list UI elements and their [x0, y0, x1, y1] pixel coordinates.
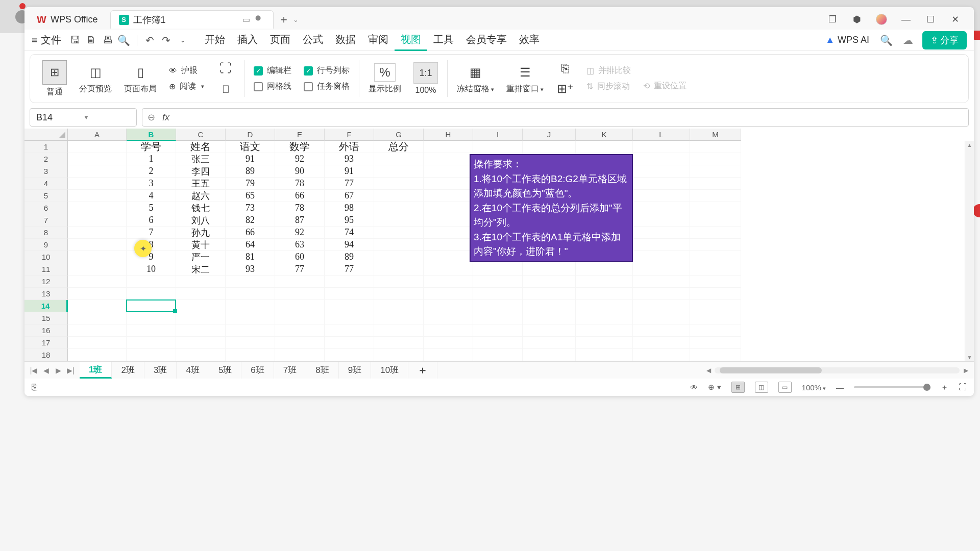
cell-L16[interactable]: [633, 324, 690, 337]
page-break-view-icon[interactable]: ▭: [778, 382, 792, 393]
cell-A18[interactable]: [68, 349, 127, 361]
read-mode-button[interactable]: ⊕阅读▾: [169, 81, 204, 92]
cell-C18[interactable]: [176, 349, 226, 361]
tab-window-icon[interactable]: ▭: [242, 15, 250, 24]
cell-D8[interactable]: 66: [226, 227, 275, 239]
sheet-nav-last-icon[interactable]: ▶|: [65, 366, 76, 374]
cell-L18[interactable]: [633, 349, 690, 361]
cloud-icon[interactable]: ☁: [903, 34, 913, 46]
sheet-tab-5班[interactable]: 5班: [209, 362, 241, 379]
cell-L10[interactable]: [633, 251, 690, 263]
cell-K16[interactable]: [576, 324, 633, 337]
cell-D9[interactable]: 64: [226, 239, 275, 251]
column-header-B[interactable]: B: [127, 129, 176, 141]
sheet-tab-1班[interactable]: 1班: [80, 362, 112, 379]
add-sheet-button[interactable]: ＋: [408, 362, 437, 379]
cell-B15[interactable]: [127, 312, 176, 324]
cell-C17[interactable]: [176, 337, 226, 349]
cell-B6[interactable]: 5: [127, 202, 176, 214]
cell-K14[interactable]: [576, 300, 633, 312]
cell-A16[interactable]: [68, 324, 127, 337]
cell-L2[interactable]: [633, 153, 690, 165]
vertical-scrollbar[interactable]: ▲ ▼: [965, 141, 974, 361]
cell-M16[interactable]: [690, 324, 741, 337]
cell-H17[interactable]: [424, 337, 473, 349]
cell-E17[interactable]: [275, 337, 325, 349]
cell-B8[interactable]: 7: [127, 227, 176, 239]
cell-E6[interactable]: 78: [275, 202, 325, 214]
row-header-9[interactable]: 9: [24, 239, 68, 251]
zoom-out-button[interactable]: —: [836, 383, 844, 392]
column-header-M[interactable]: M: [690, 129, 741, 141]
cell-G2[interactable]: [374, 153, 424, 165]
cell-F7[interactable]: 95: [325, 214, 374, 227]
cell-F12[interactable]: [325, 276, 374, 288]
cell-M3[interactable]: [690, 165, 741, 178]
cell-I13[interactable]: [473, 288, 523, 300]
formula-bar-checkbox[interactable]: 编辑栏: [254, 65, 291, 76]
cell-E1[interactable]: 数学: [275, 141, 325, 153]
cell-E10[interactable]: 60: [275, 251, 325, 263]
cell-G1[interactable]: 总分: [374, 141, 424, 153]
zoom-button[interactable]: % 显示比例: [362, 63, 407, 94]
column-header-A[interactable]: A: [68, 129, 127, 141]
cell-F14[interactable]: [325, 300, 374, 312]
cell-I17[interactable]: [473, 337, 523, 349]
column-header-L[interactable]: L: [633, 129, 690, 141]
cell-M14[interactable]: [690, 300, 741, 312]
row-header-8[interactable]: 8: [24, 227, 68, 239]
cell-D17[interactable]: [226, 337, 275, 349]
cell-G8[interactable]: [374, 227, 424, 239]
maximize-button[interactable]: ☐: [925, 14, 936, 25]
cell-K17[interactable]: [576, 337, 633, 349]
cell-D6[interactable]: 73: [226, 202, 275, 214]
cube-icon[interactable]: ⬢: [851, 14, 863, 25]
cell-D12[interactable]: [226, 276, 275, 288]
row-header-3[interactable]: 3: [24, 165, 68, 178]
zoom-level[interactable]: 100%: [802, 383, 826, 392]
cell-B1[interactable]: 学号: [127, 141, 176, 153]
cell-F15[interactable]: [325, 312, 374, 324]
cell-E12[interactable]: [275, 276, 325, 288]
scroll-up-icon[interactable]: ▲: [965, 141, 974, 149]
cell-F13[interactable]: [325, 288, 374, 300]
eye-protect-toggle[interactable]: 👁护眼: [169, 65, 204, 76]
cell-E15[interactable]: [275, 312, 325, 324]
cell-M9[interactable]: [690, 239, 741, 251]
cell-A1[interactable]: [68, 141, 127, 153]
cell-D10[interactable]: 81: [226, 251, 275, 263]
cell-E3[interactable]: 90: [275, 165, 325, 178]
menu-tab-工具[interactable]: 工具: [427, 30, 460, 51]
normal-view-icon[interactable]: ⊞: [731, 382, 745, 393]
cell-G12[interactable]: [374, 276, 424, 288]
row-header-2[interactable]: 2: [24, 153, 68, 165]
cell-H18[interactable]: [424, 349, 473, 361]
cell-C12[interactable]: [176, 276, 226, 288]
cell-L6[interactable]: [633, 202, 690, 214]
status-settings-icon[interactable]: ⎘: [32, 382, 37, 393]
cell-L13[interactable]: [633, 288, 690, 300]
cell-G3[interactable]: [374, 165, 424, 178]
cell-C3[interactable]: 李四: [176, 165, 226, 178]
page-layout-view-icon[interactable]: ◫: [755, 382, 768, 393]
cell-I12[interactable]: [473, 276, 523, 288]
wps-ai-button[interactable]: ▲ WPS AI: [825, 35, 869, 45]
multi-window-icon[interactable]: ❐: [827, 14, 838, 25]
undo-icon[interactable]: ↶: [142, 33, 158, 48]
column-header-H[interactable]: H: [424, 129, 473, 141]
menu-tab-插入[interactable]: 插入: [231, 30, 264, 51]
cell-D16[interactable]: [226, 324, 275, 337]
cell-M1[interactable]: [690, 141, 741, 153]
cell-D7[interactable]: 82: [226, 214, 275, 227]
column-header-F[interactable]: F: [325, 129, 374, 141]
cell-G13[interactable]: [374, 288, 424, 300]
cell-G15[interactable]: [374, 312, 424, 324]
arrange-windows-button[interactable]: ☰ 重排窗口 ▾: [500, 63, 550, 94]
view-page-break-button[interactable]: ◫ 分页预览: [73, 63, 118, 94]
save-icon[interactable]: 🖫: [67, 33, 83, 48]
sheet-nav-prev-icon[interactable]: ◀: [41, 366, 51, 374]
cell-F8[interactable]: 74: [325, 227, 374, 239]
new-window-button[interactable]: ⎘ ⊞⁺: [550, 59, 580, 98]
cell-E7[interactable]: 87: [275, 214, 325, 227]
cell-C4[interactable]: 王五: [176, 178, 226, 190]
